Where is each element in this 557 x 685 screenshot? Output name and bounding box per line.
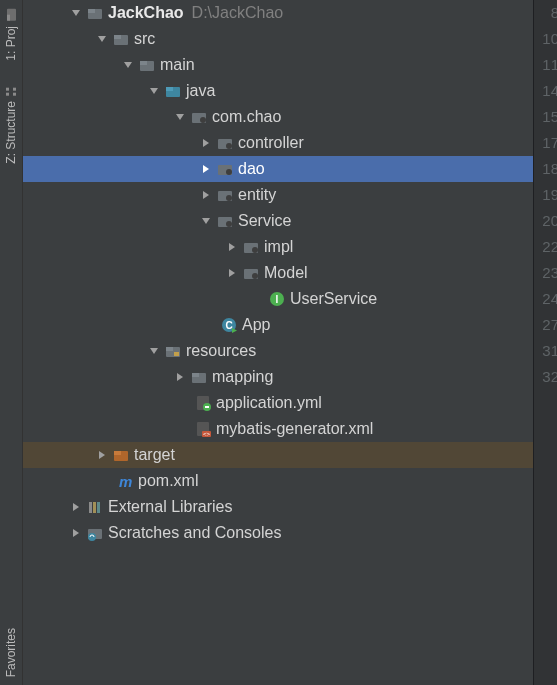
class-run-icon: C [220, 316, 238, 334]
scratch-icon [86, 524, 104, 542]
tab-favorites-label: Favorites [4, 628, 18, 677]
expand-arrow-icon[interactable] [170, 372, 190, 382]
tree-row[interactable]: controller [23, 130, 533, 156]
tree-row[interactable]: mpom.xml [23, 468, 533, 494]
tree-item-label: target [134, 446, 175, 464]
tree-row[interactable]: Service [23, 208, 533, 234]
structure-tab-icon [4, 83, 18, 97]
expand-arrow-icon[interactable] [196, 138, 216, 148]
tree-item-label: entity [238, 186, 276, 204]
tree-row[interactable]: com.chao [23, 104, 533, 130]
tree-item-label: App [242, 316, 270, 334]
tree-row[interactable]: JackChaoD:\JackChao [23, 0, 533, 26]
expand-arrow-icon[interactable] [66, 528, 86, 538]
tree-row[interactable]: resources [23, 338, 533, 364]
tree-item-label: JackChao [108, 4, 184, 22]
expand-arrow-icon[interactable] [170, 112, 190, 122]
tree-item-label: controller [238, 134, 304, 152]
expand-arrow-icon[interactable] [144, 346, 164, 356]
tree-row[interactable]: <>mybatis-generator.xml [23, 416, 533, 442]
tab-project[interactable]: 1: Proj [1, 0, 21, 69]
project-tab-icon [4, 8, 18, 22]
svg-rect-62 [89, 502, 92, 513]
svg-rect-46 [166, 347, 173, 351]
package-icon [190, 108, 208, 126]
svg-point-26 [226, 169, 232, 175]
svg-marker-33 [229, 243, 235, 251]
expand-arrow-icon[interactable] [144, 86, 164, 96]
gutter-line-number: 20 [534, 208, 557, 234]
expand-arrow-icon[interactable] [222, 268, 242, 278]
tree-item-label: Scratches and Consoles [108, 524, 281, 542]
svg-marker-30 [202, 218, 210, 224]
tree-row[interactable]: External Libraries [23, 494, 533, 520]
tree-row[interactable]: src [23, 26, 533, 52]
svg-text:I: I [276, 294, 279, 305]
expand-arrow-icon[interactable] [92, 450, 112, 460]
target-folder-icon [112, 446, 130, 464]
svg-marker-48 [177, 373, 183, 381]
tree-row[interactable]: IUserService [23, 286, 533, 312]
tree-item-label: java [186, 82, 215, 100]
tree-row[interactable]: CApp [23, 312, 533, 338]
tree-row[interactable]: target [23, 442, 533, 468]
tree-row[interactable]: mapping [23, 364, 533, 390]
svg-marker-65 [73, 529, 79, 537]
svg-marker-61 [73, 503, 79, 511]
svg-marker-12 [124, 62, 132, 68]
expand-arrow-icon[interactable] [66, 8, 86, 18]
tree-item-label: pom.xml [138, 472, 198, 490]
source-folder-icon [164, 82, 182, 100]
svg-point-67 [88, 533, 96, 541]
package-icon [216, 160, 234, 178]
tree-row[interactable]: java [23, 78, 533, 104]
svg-marker-18 [176, 114, 184, 120]
tree-item-label: src [134, 30, 155, 48]
tree-row[interactable]: dao [23, 156, 533, 182]
svg-marker-9 [98, 36, 106, 42]
gutter-line-number: 22 [534, 234, 557, 260]
svg-rect-4 [13, 93, 16, 96]
tab-project-label: 1: Proj [4, 26, 18, 61]
gutter-line-number: 24 [534, 286, 557, 312]
project-tree[interactable]: JackChaoD:\JackChaosrcmainjavacom.chaoco… [23, 0, 533, 685]
tree-item-label: resources [186, 342, 256, 360]
package-icon [242, 264, 260, 282]
svg-rect-17 [166, 87, 173, 91]
expand-arrow-icon[interactable] [196, 190, 216, 200]
expand-arrow-icon[interactable] [196, 164, 216, 174]
tree-row[interactable]: application.yml [23, 390, 533, 416]
tree-row[interactable]: main [23, 52, 533, 78]
expand-arrow-icon[interactable] [118, 60, 138, 70]
tree-row[interactable]: Scratches and Consoles [23, 520, 533, 546]
tree-row[interactable]: Model [23, 260, 533, 286]
gutter-line-number: 32 [534, 364, 557, 390]
expand-arrow-icon[interactable] [66, 502, 86, 512]
svg-marker-24 [203, 165, 209, 173]
tree-item-label: External Libraries [108, 498, 233, 516]
svg-rect-53 [205, 406, 209, 408]
expand-arrow-icon[interactable] [196, 216, 216, 226]
tab-structure[interactable]: Z: Structure [1, 75, 21, 172]
svg-rect-63 [93, 502, 96, 513]
svg-text:m: m [119, 473, 132, 489]
tab-favorites[interactable]: Favorites [1, 620, 21, 685]
svg-marker-44 [150, 348, 158, 354]
expand-arrow-icon[interactable] [92, 34, 112, 44]
tree-row[interactable]: impl [23, 234, 533, 260]
gutter-line-number: 19 [534, 182, 557, 208]
folder-icon [138, 56, 156, 74]
svg-text:<>: <> [203, 431, 211, 437]
svg-point-29 [226, 195, 232, 201]
maven-icon: m [116, 472, 134, 490]
svg-rect-11 [114, 35, 121, 39]
package-icon [216, 134, 234, 152]
expand-arrow-icon[interactable] [222, 242, 242, 252]
gutter-line-number: 31 [534, 338, 557, 364]
svg-text:C: C [225, 320, 232, 331]
ext-libs-icon [86, 498, 104, 516]
svg-point-38 [252, 273, 258, 279]
editor-gutter: 81011141517181920222324273132 [533, 0, 557, 685]
tree-row[interactable]: entity [23, 182, 533, 208]
gutter-line-number: 27 [534, 312, 557, 338]
